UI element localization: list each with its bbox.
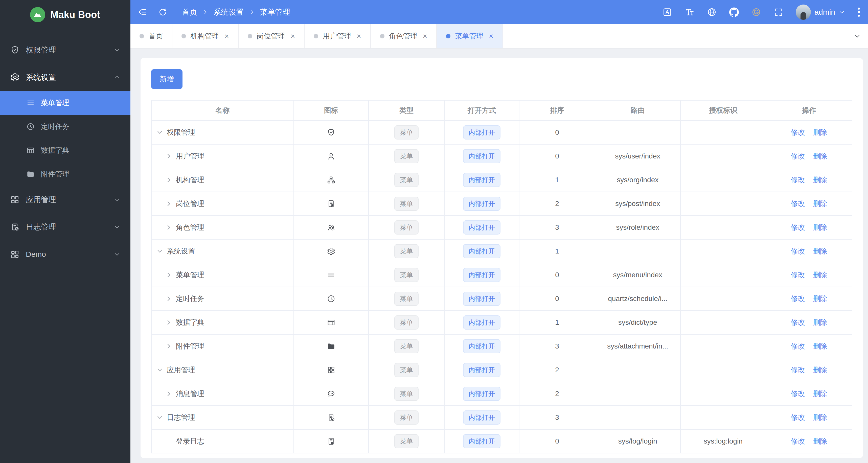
delete-link[interactable]: 删除 <box>813 247 827 255</box>
edit-link[interactable]: 修改 <box>790 342 805 350</box>
caret-down-icon[interactable] <box>157 367 163 373</box>
globe-icon[interactable] <box>707 7 717 17</box>
font-size-icon[interactable] <box>684 7 694 17</box>
user-menu[interactable]: admin <box>796 5 845 20</box>
tab-用户管理[interactable]: 用户管理× <box>305 24 371 48</box>
translate-icon[interactable] <box>662 7 672 17</box>
sidebar-item-Demo[interactable]: Demo <box>0 241 130 268</box>
delete-link[interactable]: 删除 <box>813 342 827 350</box>
delete-link[interactable]: 删除 <box>813 413 827 421</box>
delete-link[interactable]: 删除 <box>813 390 827 398</box>
brand-logo-icon <box>30 7 45 22</box>
top-header: 首页 系统设置 菜单管理 admin <box>130 0 868 24</box>
edit-link[interactable]: 修改 <box>790 176 805 184</box>
delete-link[interactable]: 删除 <box>813 366 827 374</box>
close-icon[interactable]: × <box>356 32 361 40</box>
delete-link[interactable]: 删除 <box>813 176 827 184</box>
auth-value <box>680 358 766 382</box>
refresh-icon[interactable] <box>158 7 168 17</box>
caret-right-icon[interactable] <box>166 224 172 230</box>
sidebar-item-应用管理[interactable]: 应用管理 <box>0 186 130 213</box>
auth-value: sys:log:login <box>680 429 766 453</box>
tab-首页[interactable]: 首页 <box>130 24 173 48</box>
fullscreen-icon[interactable] <box>773 7 783 17</box>
caret-right-icon[interactable] <box>166 319 172 326</box>
caret-right-icon[interactable] <box>166 153 172 159</box>
edit-link[interactable]: 修改 <box>790 390 805 398</box>
caret-right-icon[interactable] <box>166 177 172 183</box>
edit-link[interactable]: 修改 <box>790 318 805 326</box>
table-row: 登录日志菜单内部打开0sys/log/loginsys:log:login修改删… <box>151 429 852 453</box>
avatar[interactable] <box>796 5 811 20</box>
edit-link[interactable]: 修改 <box>790 271 805 279</box>
sidebar-item-系统设置[interactable]: 系统设置 <box>0 64 130 91</box>
sidebar-subitem-定时任务[interactable]: 定时任务 <box>0 115 130 138</box>
sidebar-subitem-菜单管理[interactable]: 菜单管理 <box>0 91 130 115</box>
sidebar-item-日志管理[interactable]: 日志管理 <box>0 213 130 241</box>
auth-value <box>680 216 766 239</box>
column-header-排序: 排序 <box>519 100 595 121</box>
caret-right-icon[interactable] <box>166 201 172 207</box>
breadcrumb-home[interactable]: 首页 <box>182 7 197 18</box>
edit-link[interactable]: 修改 <box>790 413 805 421</box>
sidebar-subitem-附件管理[interactable]: 附件管理 <box>0 162 130 186</box>
close-icon[interactable]: × <box>291 32 295 40</box>
type-tag: 菜单 <box>394 244 418 258</box>
table-row: 消息管理菜单内部打开2修改删除 <box>151 382 852 406</box>
type-tag: 菜单 <box>394 410 418 425</box>
route-value: sys/dict/type <box>595 311 680 334</box>
gitee-icon[interactable] <box>751 7 761 17</box>
close-icon[interactable]: × <box>224 32 229 40</box>
edit-link[interactable]: 修改 <box>790 247 805 255</box>
add-button[interactable]: 新增 <box>151 69 183 89</box>
table-row: 应用管理菜单内部打开2修改删除 <box>151 358 852 382</box>
tab-机构管理[interactable]: 机构管理× <box>173 24 239 48</box>
caret-right-icon[interactable] <box>166 296 172 302</box>
edit-link[interactable]: 修改 <box>790 199 805 208</box>
tab-岗位管理[interactable]: 岗位管理× <box>239 24 305 48</box>
close-icon[interactable]: × <box>489 32 493 40</box>
close-icon[interactable]: × <box>423 32 427 40</box>
caret-down-icon[interactable] <box>157 129 163 135</box>
caret-right-icon[interactable] <box>166 391 172 397</box>
open-mode-tag: 内部打开 <box>463 434 500 448</box>
edit-link[interactable]: 修改 <box>790 437 805 445</box>
sidebar-item-权限管理[interactable]: 权限管理 <box>0 36 130 64</box>
sidebar-subitem-数据字典[interactable]: 数据字典 <box>0 138 130 162</box>
tab-角色管理[interactable]: 角色管理× <box>371 24 437 48</box>
sidebar-item-label: 日志管理 <box>26 222 56 232</box>
delete-link[interactable]: 删除 <box>813 223 827 231</box>
caret-down-icon[interactable] <box>157 248 163 254</box>
delete-link[interactable]: 删除 <box>813 199 827 208</box>
caret-right-icon[interactable] <box>166 272 172 278</box>
sort-value: 3 <box>519 216 595 239</box>
delete-link[interactable]: 删除 <box>813 152 827 160</box>
delete-link[interactable]: 删除 <box>813 128 827 136</box>
edit-link[interactable]: 修改 <box>790 152 805 160</box>
caret-down-icon[interactable] <box>157 414 163 421</box>
tab-菜单管理[interactable]: 菜单管理× <box>437 24 503 48</box>
github-icon[interactable] <box>729 7 739 17</box>
delete-link[interactable]: 删除 <box>813 271 827 279</box>
tabs-dropdown-icon[interactable] <box>846 24 868 48</box>
delete-link[interactable]: 删除 <box>813 437 827 445</box>
delete-link[interactable]: 删除 <box>813 318 827 326</box>
caret-right-icon[interactable] <box>166 343 172 349</box>
edit-link[interactable]: 修改 <box>790 128 805 136</box>
sidebar-collapse-icon[interactable] <box>137 7 148 17</box>
breadcrumb: 首页 系统设置 菜单管理 <box>182 7 290 18</box>
kebab-menu-icon[interactable] <box>857 7 861 18</box>
breadcrumb-section[interactable]: 系统设置 <box>213 7 244 18</box>
column-header-授权标识: 授权标识 <box>680 100 766 121</box>
dict-table-icon <box>327 318 335 327</box>
brand: Maku Boot <box>0 0 130 29</box>
edit-link[interactable]: 修改 <box>790 223 805 231</box>
message-icon <box>327 390 335 398</box>
edit-link[interactable]: 修改 <box>790 366 805 374</box>
menu-name: 附件管理 <box>176 341 204 351</box>
user-icon <box>327 152 335 160</box>
edit-link[interactable]: 修改 <box>790 295 805 303</box>
delete-link[interactable]: 删除 <box>813 295 827 303</box>
chevron-right-icon <box>249 9 255 15</box>
tabs: 首页机构管理×岗位管理×用户管理×角色管理×菜单管理× <box>130 24 846 48</box>
